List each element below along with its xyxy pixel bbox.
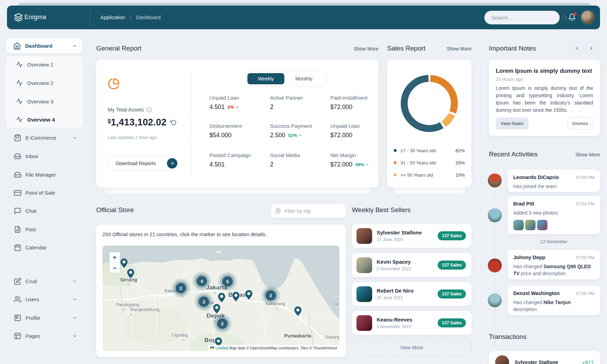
sidebar-item-dashboard[interactable]: Dashboard xyxy=(6,38,82,53)
top-navbar: Enigma Application Dashboard xyxy=(7,6,600,29)
user-avatar[interactable] xyxy=(581,11,594,24)
notes-next-button[interactable] xyxy=(585,42,597,54)
best-seller-row-4[interactable]: Keanu Reeves 1 November 2022 137 Sales xyxy=(352,311,471,335)
map-cluster-marker[interactable]: 4 xyxy=(197,276,207,286)
best-seller-row-2[interactable]: Kevin Spacey 2 November 2021 137 Sales xyxy=(352,253,471,277)
transaction-row[interactable]: Sylvester Stallone +$77 xyxy=(489,351,600,364)
official-store-title: Official Store xyxy=(96,206,134,214)
filter-by-city-box[interactable] xyxy=(271,204,346,218)
chevron-up-icon xyxy=(72,43,77,48)
sidebar-item-profile[interactable]: Profile xyxy=(6,309,82,326)
map-cluster-marker[interactable]: 5 xyxy=(222,276,233,287)
search-input[interactable] xyxy=(491,14,561,21)
map-town-dot xyxy=(123,309,125,311)
map-cluster-marker[interactable]: 2 xyxy=(217,318,228,329)
dismiss-button[interactable]: Dismiss xyxy=(568,117,593,130)
timeline-connector xyxy=(502,265,508,266)
search-box[interactable] xyxy=(484,11,560,24)
map-pin-marker[interactable] xyxy=(294,306,302,318)
credit-card-icon xyxy=(14,189,21,196)
stat-social-media: Social Media 2 xyxy=(270,152,328,168)
inbox-icon xyxy=(14,153,21,160)
sidebar-item-pages[interactable]: Pages xyxy=(6,327,82,344)
activity-avatar xyxy=(488,208,502,222)
sidebar-item-overview-4[interactable]: Overview 4 xyxy=(6,111,82,128)
map-cluster-marker[interactable]: 2 xyxy=(176,283,186,293)
leaflet-link[interactable]: Leaflet xyxy=(216,346,227,350)
sales-badge: 137 Sales xyxy=(438,231,466,240)
map-pin-marker[interactable] xyxy=(217,292,226,304)
sidebar-item-ecommerce[interactable]: E-Commerce xyxy=(6,129,82,146)
zoom-in-button[interactable]: + xyxy=(109,252,120,263)
sidebar-item-file-manager[interactable]: File Manager xyxy=(6,166,82,183)
map-pin-marker[interactable] xyxy=(126,268,135,280)
sales-report-card: 17 - 30 Years old 62% 31 - 50 Years old … xyxy=(387,60,471,187)
navbar-separator xyxy=(90,9,90,26)
sidebar-item-point-of-sale[interactable]: Point of Sale xyxy=(6,184,82,201)
activity-card-leonardo[interactable]: Leonardo DiCaprio 07:00 PM Has joined th… xyxy=(508,170,600,192)
breadcrumb-dashboard[interactable]: Dashboard xyxy=(136,15,161,20)
sidebar-item-overview-3[interactable]: Overview 3 xyxy=(6,93,82,110)
view-more-button[interactable]: View More xyxy=(352,340,471,356)
sidebar-item-inbox[interactable]: Inbox xyxy=(6,148,82,164)
important-notes-title: Important Notes xyxy=(489,45,536,52)
refresh-icon[interactable] xyxy=(170,119,177,126)
info-icon[interactable] xyxy=(146,107,152,113)
activity-card-denzel[interactable]: Denzel Washington 07:00 PM Has changed N… xyxy=(508,286,600,315)
stat-active-partner: Active Partner 2 xyxy=(270,95,328,111)
trend-up-badge: 52% xyxy=(288,133,302,138)
timeline-connector xyxy=(502,215,508,216)
store-description: 250 Official stores in 21 countries, cli… xyxy=(102,232,267,237)
seller-photo xyxy=(356,257,372,273)
map-cluster-marker[interactable]: 2 xyxy=(266,290,276,301)
sales-report-show-more[interactable]: Show More xyxy=(437,46,471,52)
sidebar-item-calendar[interactable]: Calendar xyxy=(6,239,82,256)
sidebar-item-overview-2[interactable]: Overview 2 xyxy=(6,75,82,91)
activity-photos xyxy=(513,220,594,230)
activity-avatar xyxy=(488,258,502,272)
notes-prev-button[interactable] xyxy=(571,42,583,54)
map-pin-marker[interactable] xyxy=(245,289,253,302)
activity-card-johnny[interactable]: Johnny Depp 07:00 PM Has changed Samsung… xyxy=(508,250,600,279)
home-icon xyxy=(13,42,21,50)
dashboard-screen: Enigma Application Dashboard Dashboard xyxy=(0,0,607,364)
map-pin-icon xyxy=(275,208,281,214)
download-reports-button[interactable]: Download Reports xyxy=(108,156,179,170)
map-town-dot xyxy=(214,292,216,294)
weekly-tab[interactable]: Weekly xyxy=(247,73,284,84)
note-time: 20 Hours ago xyxy=(496,77,593,82)
map-pin-marker[interactable] xyxy=(213,303,221,316)
recent-activities-show-more[interactable]: Show More xyxy=(565,152,600,157)
chevron-down-icon xyxy=(235,105,239,109)
legend-row-50-plus: >= 50 Years old 10% xyxy=(394,171,465,178)
activity-icon xyxy=(16,61,23,68)
map-cluster-marker[interactable]: 2 xyxy=(199,296,209,307)
seller-photo xyxy=(356,315,372,331)
timeline-connector xyxy=(502,180,508,181)
general-report-show-more[interactable]: Show More xyxy=(344,46,378,52)
chevron-right-icon xyxy=(589,46,594,51)
store-map[interactable]: Serang Balaraja Jakarta Bekasi Karawang … xyxy=(102,246,339,351)
sidebar-item-overview-1[interactable]: Overview 1 xyxy=(6,56,82,73)
view-notes-button[interactable]: View Notes xyxy=(496,117,529,130)
map-label: Purwakarta xyxy=(284,333,311,339)
activity-card-brad[interactable]: Brad Pitt 07:00 PM Added 3 new photos xyxy=(508,196,600,234)
monthly-tab[interactable]: Monthly xyxy=(284,73,323,84)
note-body: Lorem Ipsum is simply dummy text of the … xyxy=(496,85,593,114)
search-icon[interactable] xyxy=(561,15,568,21)
sidebar-item-crud[interactable]: Crud xyxy=(6,273,82,289)
sidebar-item-users[interactable]: Users xyxy=(6,291,82,308)
sidebar-item-chat[interactable]: Chat xyxy=(6,202,82,219)
note-title: Lorem Ipsum is simply dummy text xyxy=(496,68,593,74)
chevron-down-icon xyxy=(72,279,77,284)
zoom-out-button[interactable]: − xyxy=(109,263,120,273)
map-pin-marker[interactable] xyxy=(232,291,240,303)
breadcrumb-application[interactable]: Application xyxy=(100,15,125,20)
best-seller-row-3[interactable]: Robert De Niro 20 June 2021 137 Sales xyxy=(352,282,471,306)
map-town-dot xyxy=(130,313,132,316)
total-assets-value: $1,413,102.02 xyxy=(108,118,177,127)
best-seller-row-1[interactable]: Sylvester Stallone 17 June 2020 137 Sale… xyxy=(352,224,471,248)
sidebar-item-post[interactable]: Post xyxy=(6,221,82,238)
stat-posted-campaign: Posted Campaign 4.501 xyxy=(209,152,267,168)
filter-by-city-input[interactable] xyxy=(284,208,348,214)
